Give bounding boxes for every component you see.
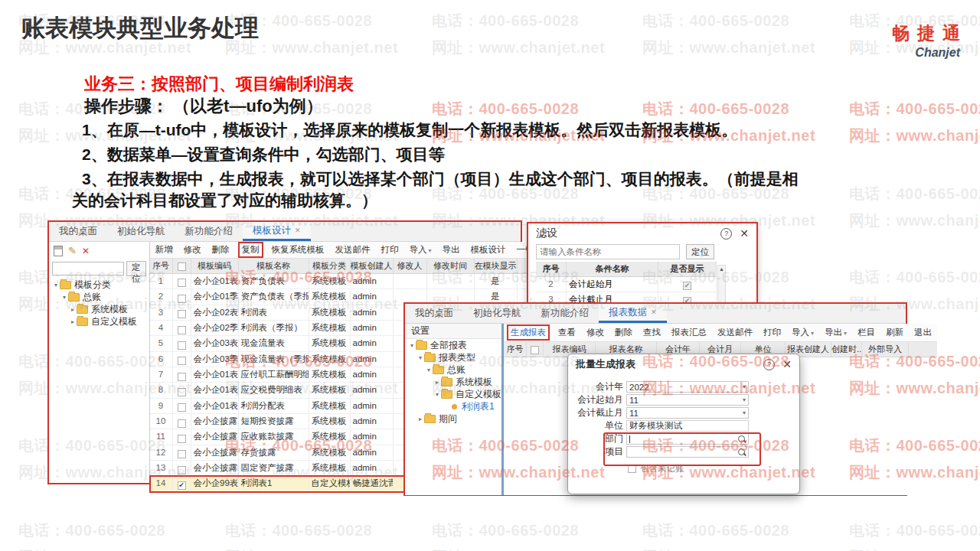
row-checkbox[interactable] [178,279,186,287]
row-checkbox[interactable] [178,295,186,303]
shot2-toolbar-item[interactable]: 删除 [612,326,635,339]
row-checkbox[interactable] [178,466,186,474]
shot2-toolbar-item[interactable]: 栏目 [855,326,877,339]
delete-x-icon[interactable]: ✕ [82,246,90,256]
template-search-input[interactable] [52,262,124,276]
new-doc-icon[interactable] [54,246,63,256]
magnifier-icon[interactable] [738,435,745,442]
shot2-toolbar-item[interactable]: 查找 [641,326,663,339]
shot1-toolbar-item[interactable]: 模板设计 [469,243,508,256]
field-search-input[interactable] [626,446,749,458]
field-select[interactable]: 11▾ [626,394,749,406]
help-icon[interactable]: ? [720,228,732,240]
shot2-toolbar-item[interactable]: 导入▾ [789,326,816,339]
shot2-tree-item[interactable]: ▾全部报表 [405,339,501,351]
tree-arrow-icon[interactable]: ▾ [416,354,424,361]
shot2-toolbar-item[interactable]: 生成报表 [507,324,550,341]
shot2-toolbar-item[interactable]: 发送邮件 [715,326,755,339]
close-tab-icon[interactable]: ✕ [295,227,301,234]
shot2-toolbar-item[interactable]: 导出▾ [822,326,849,339]
shot2-toolbar-item[interactable]: 修改 [584,326,606,339]
shot1-toolbar-item[interactable]: 删除 [210,243,232,256]
batch-close-icon[interactable]: ✕ [782,358,792,370]
shot1-toolbar-item[interactable]: 修改 [181,243,204,256]
filter-row[interactable]: 2会计起始月 [536,277,717,292]
locate-button[interactable]: 定位 [126,261,146,276]
shot2-toolbar-item[interactable]: 退出 [912,326,934,339]
shot2-tree-item[interactable]: ▸期间 [405,412,501,425]
magnifier-icon[interactable] [738,448,745,455]
row-checkbox[interactable] [178,357,186,365]
row-checkbox[interactable] [178,341,186,350]
row-checkbox[interactable] [178,310,186,318]
shot2-tab-2[interactable]: 初始化导航 [463,304,531,323]
filter-locate-button[interactable]: 定位 [686,244,714,259]
shot1-tab-3[interactable]: 新功能介绍 [175,222,243,241]
shot1-tab-4[interactable]: 模板设计✕ [243,222,311,241]
shot1-toolbar-item[interactable]: 导出 [440,243,462,256]
shot1-toolbar-item[interactable]: 发送邮件 [333,243,373,256]
tree-arrow-icon[interactable]: ▸ [416,416,424,422]
row-checkbox[interactable] [178,373,186,381]
tree-arrow-icon[interactable]: ▾ [60,294,68,301]
shot2-tab-4[interactable]: 报表数据✕ [599,304,667,323]
logo-cn-text: 畅捷通 [892,21,968,45]
shot1-toolbar-item[interactable]: 导入▾ [407,243,434,256]
shot2-tree-item[interactable]: ▸系统模板 [405,376,501,388]
field-search-input[interactable] [626,433,749,445]
row-checkbox[interactable] [178,419,186,428]
tree-arrow-icon[interactable]: ▾ [425,367,433,373]
shot1-tree-item[interactable]: ▾总账 [49,291,149,303]
shot1-toolbar-item[interactable]: 新增 [153,243,175,256]
shot2-tree-item[interactable]: 利润表1 [405,400,501,412]
tree-arrow-icon[interactable]: ▸ [433,379,441,386]
row-checkbox[interactable] [178,388,186,396]
table-cell: 系统模板 [309,461,351,475]
display-checkbox[interactable] [683,282,691,290]
tree-arrow-icon[interactable]: ▸ [69,306,77,313]
shot2-tab-1[interactable]: 我的桌面 [405,304,463,323]
shot2-toolbar-item[interactable]: 查看 [556,326,578,339]
header-checkbox[interactable] [531,346,539,354]
row-checkbox[interactable] [178,403,186,412]
shot1-tree-item[interactable]: ▸系统模板 [49,303,149,315]
tree-arrow-icon[interactable]: ▾ [52,282,60,289]
header-checkbox[interactable] [178,262,186,271]
dropdown-arrow-icon[interactable]: ▾ [743,383,746,390]
row-checkbox[interactable] [178,326,186,334]
batch-generate-dialog: 批量生成报表 ? ✕ 会计年2022▾会计起始月11▾会计截止月11▾单位财务模… [567,354,800,494]
dropdown-arrow-icon[interactable]: ▾ [743,396,746,403]
dropdown-arrow-icon[interactable]: ▾ [743,409,746,416]
close-icon[interactable]: ✕ [740,227,749,240]
close-tab-icon[interactable]: ✕ [651,308,657,316]
include-unposted-checkbox[interactable] [628,465,636,473]
tree-arrow-icon[interactable]: ▸ [69,318,77,325]
batch-help-icon[interactable]: ? [763,359,775,370]
field-input[interactable]: 财务模块测试 [626,420,749,432]
field-select[interactable]: 11▾ [626,407,749,419]
table-row[interactable]: 1会小企01表资产负债表系统模板admin是 [150,274,586,289]
shot2-toolbar-item[interactable]: 报表汇总 [669,326,709,339]
row-checkbox[interactable] [178,450,186,458]
row-checkbox[interactable] [178,435,186,443]
tree-arrow-icon[interactable]: ▾ [433,391,441,398]
shot1-tab-1[interactable]: 我的桌面 [49,222,107,241]
condition-name-input[interactable] [536,244,680,259]
row-checkbox[interactable] [178,481,186,490]
shot1-tab-2[interactable]: 初始化导航 [107,222,175,241]
field-select[interactable]: 2022▾ [626,381,749,393]
tree-arrow-icon[interactable]: ▾ [408,342,416,349]
shot2-toolbar-item[interactable]: 打印 [761,326,783,339]
shot1-toolbar-item[interactable]: 复制 [238,242,263,258]
edit-icon[interactable]: ✎ [68,246,77,256]
shot1-tree-item[interactable]: ▸自定义模板 [49,315,149,328]
shot2-tree-item[interactable]: ▾报表类型 [405,351,501,364]
shot2-tree-item[interactable]: ▾总账 [405,364,501,376]
watermark-phone: 电话：400-665-0028 [432,99,579,119]
shot2-toolbar-item[interactable]: 刷新 [884,326,906,339]
filter-scrollbar[interactable]: ▲ [717,265,726,305]
shot1-toolbar-item[interactable]: 恢复系统模板 [270,243,327,256]
shot1-toolbar-item[interactable]: 打印 [379,243,401,256]
shot2-tree-item[interactable]: ▾自定义模板 [405,388,501,400]
shot2-tab-3[interactable]: 新功能介绍 [531,304,599,323]
